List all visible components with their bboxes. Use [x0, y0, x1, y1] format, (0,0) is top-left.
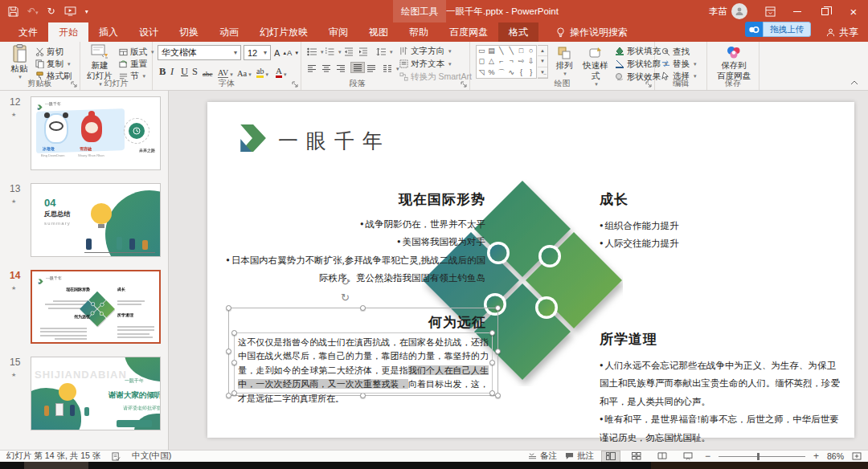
- paragraph-dialog-launcher[interactable]: [461, 81, 468, 88]
- tab-animations[interactable]: 动画: [209, 22, 249, 42]
- save-icon[interactable]: [8, 6, 18, 17]
- distribute-button[interactable]: [366, 63, 376, 75]
- section-international[interactable]: 现在国际形势 战争阴影仍在，世界并不太平 美国将我国视为对手 日本国内右翼势力不…: [223, 190, 485, 288]
- slideshow-view-button[interactable]: [679, 451, 697, 462]
- strikethrough-button[interactable]: abc: [203, 63, 213, 78]
- ribbon-display-options-icon[interactable]: [756, 0, 784, 22]
- resize-handle[interactable]: [489, 390, 495, 396]
- section-growth[interactable]: 成长 组织合作能力提升 人际交往能力提升: [600, 190, 768, 253]
- normal-view-button[interactable]: [602, 451, 620, 462]
- tab-slideshow[interactable]: 幻灯片放映: [249, 22, 318, 42]
- selected-textbox-inner[interactable]: 这不仅仅是指曾今的战士们在滇西抗战，在国家各处抗战，还指中国在战火燃尽后，靠自己…: [234, 332, 493, 394]
- slide-title[interactable]: 一眼千年: [278, 128, 391, 154]
- numbering-button[interactable]: [325, 46, 342, 58]
- font-size-select[interactable]: 12: [244, 45, 271, 60]
- restore-button[interactable]: [811, 0, 838, 22]
- section-lessons[interactable]: 所学道理 人们永远不会忘记那些在战争中为正义、为生存、为保卫国土和民族尊严而奉献…: [600, 330, 841, 447]
- resize-handle[interactable]: [231, 360, 237, 365]
- tab-transitions[interactable]: 切换: [169, 22, 209, 42]
- clipboard-dialog-launcher[interactable]: [71, 81, 78, 88]
- arrange-button[interactable]: 排列: [552, 46, 576, 78]
- gallery-up-icon[interactable]: ▲: [538, 46, 547, 56]
- close-button[interactable]: ×: [839, 0, 868, 22]
- reset-button[interactable]: 重置: [119, 58, 147, 70]
- resize-handle-n[interactable]: [360, 305, 366, 311]
- bold-button[interactable]: B: [159, 63, 166, 78]
- increase-indent-button[interactable]: [358, 46, 368, 58]
- shapes-gallery-scroll[interactable]: ▲▼▼̲: [538, 45, 548, 79]
- copy-button[interactable]: 复制: [35, 58, 71, 70]
- gallery-down-icon[interactable]: ▼: [538, 56, 547, 67]
- align-right-button[interactable]: [336, 63, 346, 75]
- font-name-select[interactable]: 华文楷体: [158, 45, 241, 60]
- reading-view-button[interactable]: [653, 451, 671, 462]
- slide-15-thumbnail[interactable]: SHIJIANDABIAN 一眼千年 谢谢大家的倾听 请评委老师批评指正: [31, 357, 161, 430]
- start-slideshow-icon[interactable]: [64, 6, 76, 16]
- resize-handle-e[interactable]: [495, 349, 501, 354]
- fit-to-window-icon[interactable]: [852, 452, 862, 460]
- paste-button[interactable]: 粘贴: [6, 44, 32, 81]
- save-to-netdisk-button[interactable]: 保存到 百度网盘: [715, 44, 752, 81]
- align-center-button[interactable]: [321, 63, 331, 75]
- font-dialog-launcher[interactable]: [292, 81, 299, 88]
- tab-design[interactable]: 设计: [129, 22, 169, 42]
- redo-icon[interactable]: ↻: [47, 6, 55, 17]
- tab-file[interactable]: 文件: [8, 22, 48, 42]
- shapes-gallery[interactable]: ▭▤╲╲□○ ◻△⌐¬⇨⇩ ◹%⌒∿{}: [476, 45, 537, 79]
- slide-canvas[interactable]: 一眼千年 现在国际形势 战争阴影仍在，世界并不太平: [207, 102, 854, 438]
- slide-12-thumbnail[interactable]: 一眼千年 冰墩墩 Bing DwenDwen 雪容融 Shuey Rhon Rh…: [31, 96, 161, 170]
- change-case-button[interactable]: Aa: [237, 63, 252, 78]
- replace-button[interactable]: 替换: [661, 58, 697, 70]
- decrease-indent-button[interactable]: [344, 46, 354, 58]
- italic-button[interactable]: I: [170, 63, 174, 78]
- underline-button[interactable]: U: [181, 63, 188, 78]
- tab-home[interactable]: 开始: [48, 22, 88, 42]
- zoom-level[interactable]: 86%: [827, 451, 844, 461]
- zoom-slider-thumb[interactable]: [757, 453, 760, 460]
- align-left-button[interactable]: [307, 63, 317, 75]
- minimize-button[interactable]: [784, 0, 811, 22]
- drawing-dialog-launcher[interactable]: [645, 81, 653, 88]
- share-button[interactable]: 共享: [826, 22, 858, 42]
- columns-button[interactable]: [383, 63, 399, 75]
- line-spacing-button[interactable]: [376, 46, 393, 58]
- zoom-in-button[interactable]: +: [813, 451, 819, 462]
- slide-14-thumbnail[interactable]: 一眼千年 现在国际形势 成长 何为远征 所学道理: [31, 270, 161, 344]
- zoom-out-button[interactable]: −: [705, 451, 710, 462]
- bullets-button[interactable]: [307, 46, 324, 58]
- comments-toggle[interactable]: 批注: [565, 451, 594, 462]
- zoom-slider[interactable]: [719, 456, 805, 457]
- qat-customize-icon[interactable]: ▾: [85, 8, 88, 15]
- shrink-font-button[interactable]: A▼: [287, 47, 299, 59]
- spellcheck-icon[interactable]: [112, 452, 121, 461]
- resize-handle-nw[interactable]: [226, 305, 231, 311]
- resize-handle-se[interactable]: [495, 393, 501, 398]
- tab-view[interactable]: 视图: [358, 22, 399, 42]
- tab-review[interactable]: 审阅: [318, 22, 358, 42]
- rotate-handle-icon[interactable]: ↻: [341, 292, 350, 304]
- find-button[interactable]: 查找: [661, 46, 690, 58]
- align-text-button[interactable]: 对齐文本: [399, 58, 452, 70]
- resize-handle[interactable]: [489, 360, 495, 365]
- user-avatar[interactable]: [731, 3, 747, 19]
- layout-button[interactable]: 版式: [119, 46, 154, 58]
- resize-handle[interactable]: [231, 390, 237, 396]
- grow-font-button[interactable]: A▲: [274, 47, 287, 59]
- resize-handle[interactable]: [231, 330, 237, 336]
- resize-handle[interactable]: [489, 330, 495, 336]
- resize-handle-ne[interactable]: [495, 305, 501, 311]
- selected-textbox-outer[interactable]: 何为远征 这不仅仅是指曾今的战士们在滇西抗战，在国家各处抗战，还指中国在战火燃尽…: [228, 308, 498, 396]
- rotate-handle-icon[interactable]: ↻: [341, 275, 350, 288]
- character-spacing-button[interactable]: AV: [218, 63, 233, 78]
- undo-icon[interactable]: ↶▾: [27, 6, 39, 17]
- resize-handle-w[interactable]: [226, 349, 231, 354]
- resize-handle-sw[interactable]: [226, 393, 231, 398]
- tab-format-contextual[interactable]: 格式: [498, 22, 538, 42]
- gallery-more-icon[interactable]: ▼̲: [538, 67, 547, 78]
- section-expedition-body[interactable]: 这不仅仅是指曾今的战士们在滇西抗战，在国家各处抗战，还指中国在战火燃尽后，靠自己…: [235, 333, 492, 408]
- font-color-button[interactable]: A: [276, 63, 286, 78]
- text-direction-button[interactable]: 文字方向: [399, 45, 452, 57]
- cut-button[interactable]: 剪切: [35, 46, 63, 58]
- drag-upload-button[interactable]: 拖拽上传: [745, 22, 811, 37]
- tab-baidu-netdisk[interactable]: 百度网盘: [439, 22, 498, 42]
